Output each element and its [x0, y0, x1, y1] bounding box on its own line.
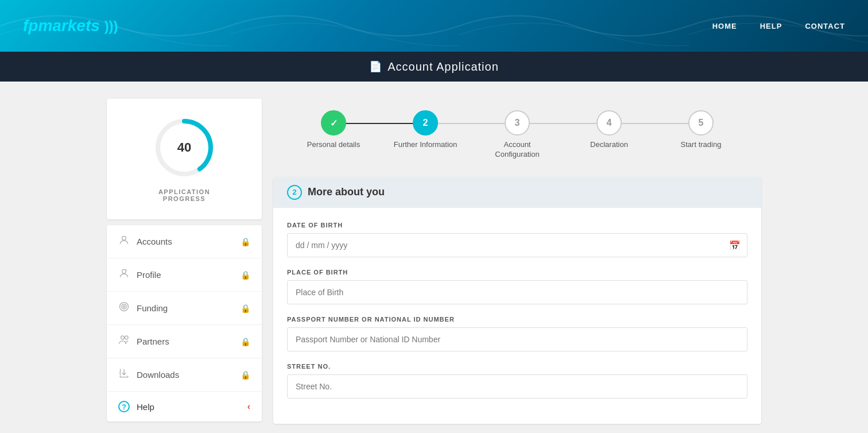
step-label-1: Personal details — [307, 140, 361, 150]
sidebar-item-downloads[interactable]: Downloads 🔒 — [107, 358, 262, 392]
svg-point-6 — [123, 306, 125, 307]
logo: fpmarkets ))) — [23, 17, 118, 35]
step-label-4: Declaration — [590, 140, 628, 150]
street-input[interactable] — [287, 374, 747, 399]
form-group-pob: PLACE OF BIRTH — [287, 269, 747, 304]
form-group-street: STREET NO. — [287, 363, 747, 399]
step-further: 2 Further Information — [379, 110, 471, 150]
content-area: ✓ Personal details 2 Further Information… — [273, 99, 761, 424]
nav-home[interactable]: HOME — [712, 22, 737, 30]
form-group-passport: PASSPORT NUMBER OR NATIONAL ID NUMBER — [287, 316, 747, 351]
step-circle-4: 4 — [596, 110, 622, 136]
passport-input[interactable] — [287, 327, 747, 351]
nav: HOME HELP CONTACT — [712, 22, 845, 30]
help-label: Help — [137, 402, 154, 412]
downloads-label: Downloads — [137, 370, 179, 380]
section-number: 2 — [287, 185, 302, 200]
sidebar-item-partners[interactable]: Partners 🔒 — [107, 325, 262, 358]
step-label-2: Further Information — [394, 140, 458, 150]
help-chevron-icon: ‹ — [247, 401, 250, 412]
sidebar-menu: Accounts 🔒 Profile 🔒 — [107, 225, 262, 422]
street-label: STREET NO. — [287, 363, 747, 370]
stepper: ✓ Personal details 2 Further Information… — [273, 99, 761, 177]
svg-point-8 — [125, 336, 128, 339]
main-layout: 40 APPLICATIONPROGRESS Accounts 🔒 — [90, 82, 778, 433]
logo-text: fpmarkets — [23, 17, 100, 34]
downloads-lock-icon: 🔒 — [241, 370, 250, 380]
form-group-dob: DATE OF BIRTH 📅 — [287, 222, 747, 257]
section-title: More about you — [308, 186, 385, 198]
dob-input[interactable] — [287, 233, 747, 257]
progress-circle: 40 — [153, 116, 216, 179]
partners-label: Partners — [137, 337, 169, 346]
profile-icon — [118, 268, 130, 282]
step-circle-3: 3 — [505, 110, 530, 136]
form-card: 2 More about you DATE OF BIRTH 📅 PLACE O… — [273, 177, 761, 424]
pob-input[interactable] — [287, 280, 747, 304]
profile-label: Profile — [137, 270, 161, 280]
step-declaration: 4 Declaration — [563, 110, 655, 150]
form-section-header: 2 More about you — [273, 177, 761, 208]
dob-label: DATE OF BIRTH — [287, 222, 747, 229]
step-label-5: Start trading — [681, 140, 722, 150]
svg-point-4 — [120, 303, 129, 311]
partners-icon — [118, 334, 130, 349]
page-title-bar: 📄 Account Application — [0, 52, 868, 82]
downloads-icon — [118, 368, 130, 382]
progress-percent: 40 — [177, 140, 191, 155]
step-circle-2: 2 — [413, 110, 438, 136]
document-icon: 📄 — [369, 60, 382, 73]
svg-point-3 — [122, 269, 126, 273]
svg-point-7 — [121, 336, 125, 339]
step-label-3: AccountConfiguration — [495, 140, 539, 160]
svg-point-5 — [122, 304, 126, 309]
sidebar-item-profile[interactable]: Profile 🔒 — [107, 258, 262, 292]
step-personal: ✓ Personal details — [288, 110, 379, 150]
pob-label: PLACE OF BIRTH — [287, 269, 747, 276]
help-icon: ? — [118, 401, 130, 412]
progress-card: 40 APPLICATIONPROGRESS — [107, 99, 262, 219]
dob-input-wrapper: 📅 — [287, 233, 747, 257]
step-start-trading: 5 Start trading — [655, 110, 747, 150]
progress-label: APPLICATIONPROGRESS — [158, 188, 210, 202]
profile-lock-icon: 🔒 — [241, 270, 250, 280]
funding-lock-icon: 🔒 — [241, 304, 250, 313]
header: fpmarkets ))) HOME HELP CONTACT — [0, 0, 868, 52]
accounts-label: Accounts — [137, 237, 172, 246]
passport-label: PASSPORT NUMBER OR NATIONAL ID NUMBER — [287, 316, 747, 323]
sidebar: 40 APPLICATIONPROGRESS Accounts 🔒 — [107, 99, 262, 424]
sidebar-item-funding[interactable]: Funding 🔒 — [107, 292, 262, 325]
funding-icon — [118, 301, 130, 315]
funding-label: Funding — [137, 303, 168, 313]
sidebar-item-accounts[interactable]: Accounts 🔒 — [107, 225, 262, 258]
partners-lock-icon: 🔒 — [241, 337, 250, 346]
accounts-icon — [118, 234, 130, 249]
step-circle-5: 5 — [688, 110, 714, 136]
step-account-config: 3 AccountConfiguration — [471, 110, 563, 160]
accounts-lock-icon: 🔒 — [241, 237, 250, 246]
sidebar-item-help[interactable]: ? Help ‹ — [107, 392, 262, 422]
nav-help[interactable]: HELP — [760, 22, 782, 30]
nav-contact[interactable]: CONTACT — [805, 22, 845, 30]
step-circle-1: ✓ — [321, 110, 346, 136]
svg-point-2 — [122, 236, 126, 240]
form-body: DATE OF BIRTH 📅 PLACE OF BIRTH PASSPORT … — [273, 208, 761, 424]
page-title: Account Application — [388, 60, 499, 74]
